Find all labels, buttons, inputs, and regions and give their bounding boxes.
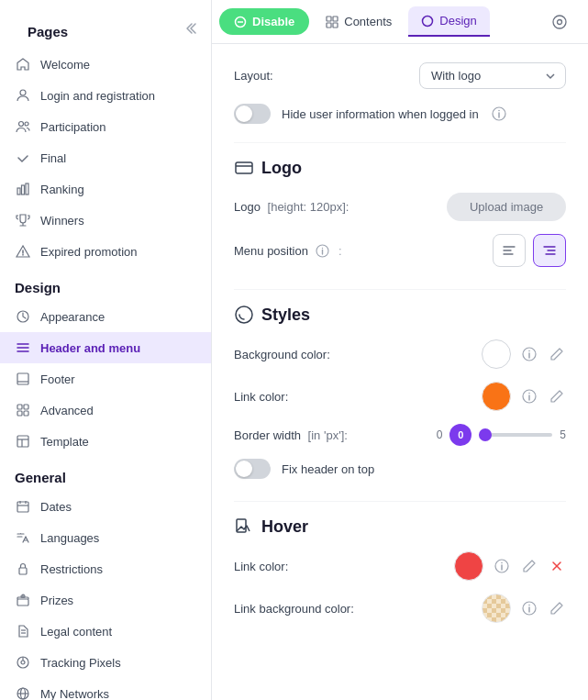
link-color-row: Link color: bbox=[234, 382, 566, 411]
hover-bg-info-icon[interactable] bbox=[520, 599, 538, 617]
sidebar-item-networks[interactable]: My Networks bbox=[0, 678, 211, 700]
design-tab[interactable]: Design bbox=[408, 6, 489, 37]
bg-color-edit-icon[interactable] bbox=[548, 345, 566, 363]
fix-header-toggle[interactable] bbox=[234, 459, 271, 479]
restrictions-icon bbox=[15, 561, 31, 577]
sidebar-item-welcome[interactable]: Welcome bbox=[0, 49, 211, 80]
sidebar-item-ranking[interactable]: Ranking bbox=[0, 173, 211, 205]
svg-point-67 bbox=[528, 393, 530, 394]
svg-point-71 bbox=[501, 562, 503, 564]
bg-color-info-icon[interactable] bbox=[520, 345, 538, 363]
sidebar-item-ranking-label: Ranking bbox=[40, 183, 84, 196]
logo-label: Logo [height: 120px]: bbox=[234, 200, 349, 214]
sidebar-item-final[interactable]: Final bbox=[0, 142, 211, 173]
svg-point-64 bbox=[528, 350, 530, 352]
dates-icon bbox=[15, 498, 31, 515]
svg-point-61 bbox=[236, 306, 252, 323]
menu-position-group bbox=[493, 234, 566, 267]
svg-rect-3 bbox=[17, 188, 20, 194]
sidebar-item-prizes[interactable]: Prizes bbox=[0, 584, 211, 616]
svg-point-49 bbox=[498, 110, 500, 112]
svg-point-0 bbox=[20, 90, 26, 95]
settings-tab[interactable] bbox=[538, 6, 581, 38]
hover-section-title: Hover bbox=[234, 517, 566, 537]
hover-bg-color-row: Link background color: bbox=[234, 594, 566, 623]
fix-header-label: Fix header on top bbox=[282, 462, 374, 476]
sidebar-item-winners[interactable]: Winners bbox=[0, 205, 211, 236]
sidebar-item-participation[interactable]: Participation bbox=[0, 111, 211, 142]
link-color-swatch[interactable] bbox=[482, 382, 511, 411]
hover-bg-color-label: Link background color: bbox=[234, 602, 354, 616]
menu-pos-left-button[interactable] bbox=[493, 234, 526, 267]
layout-label: Layout: bbox=[234, 69, 273, 83]
sidebar-item-header-menu-label: Header and menu bbox=[40, 341, 140, 355]
sidebar-collapse-button[interactable] bbox=[182, 20, 198, 37]
sidebar-item-dates[interactable]: Dates bbox=[0, 491, 211, 522]
hover-link-info-icon[interactable] bbox=[493, 557, 511, 575]
sidebar-item-header-menu[interactable]: Header and menu bbox=[0, 332, 211, 363]
user-icon bbox=[15, 87, 31, 104]
border-min-val: 0 bbox=[437, 428, 443, 441]
svg-rect-13 bbox=[24, 405, 28, 409]
link-color-controls bbox=[482, 382, 566, 411]
networks-icon bbox=[15, 685, 31, 700]
menu-position-row: Menu position : bbox=[234, 234, 566, 267]
sidebar-item-tracking[interactable]: Tracking Pixels bbox=[0, 647, 211, 678]
home-icon bbox=[15, 56, 31, 72]
hover-link-close-icon[interactable] bbox=[548, 557, 566, 575]
svg-rect-12 bbox=[17, 405, 22, 409]
link-color-edit-icon[interactable] bbox=[548, 387, 566, 406]
layout-select[interactable]: With logo Without logo bbox=[419, 62, 566, 89]
contents-tab[interactable]: Contents bbox=[313, 7, 405, 36]
design-label: Design bbox=[439, 14, 476, 28]
sidebar-item-login[interactable]: Login and registration bbox=[0, 80, 211, 111]
styles-section-title: Styles bbox=[234, 305, 566, 325]
svg-rect-40 bbox=[327, 17, 331, 21]
svg-point-1 bbox=[19, 122, 24, 127]
hover-link-edit-icon[interactable] bbox=[520, 557, 538, 575]
sidebar-item-prizes-label: Prizes bbox=[40, 594, 73, 607]
design-section-title: Design bbox=[0, 267, 211, 301]
sidebar-item-restrictions[interactable]: Restrictions bbox=[0, 553, 211, 584]
svg-rect-5 bbox=[26, 183, 28, 194]
contents-label: Contents bbox=[344, 15, 392, 28]
sidebar-item-template[interactable]: Template bbox=[0, 426, 211, 457]
sidebar-item-footer[interactable]: Footer bbox=[0, 363, 211, 394]
sidebar-item-expired[interactable]: Expired promotion bbox=[0, 236, 211, 267]
sidebar-item-appearance[interactable]: Appearance bbox=[0, 301, 211, 332]
hover-bg-color-swatch[interactable] bbox=[482, 594, 511, 623]
border-current-val: 0 bbox=[449, 424, 472, 446]
sidebar-item-appearance-label: Appearance bbox=[40, 310, 105, 324]
svg-rect-16 bbox=[17, 436, 28, 447]
svg-rect-10 bbox=[17, 373, 28, 384]
trophy-icon bbox=[15, 212, 31, 228]
disable-tab[interactable]: Disable bbox=[219, 8, 309, 35]
svg-rect-50 bbox=[236, 162, 252, 173]
svg-rect-15 bbox=[24, 411, 28, 416]
alert-icon bbox=[15, 243, 31, 260]
svg-rect-4 bbox=[22, 185, 25, 194]
sidebar-item-login-label: Login and registration bbox=[40, 89, 155, 103]
sidebar-item-languages[interactable]: Languages bbox=[0, 522, 211, 553]
svg-rect-43 bbox=[333, 23, 338, 28]
upload-image-button[interactable]: Upload image bbox=[447, 193, 566, 221]
bg-color-label: Background color: bbox=[234, 348, 330, 361]
menu-position-info-icon[interactable] bbox=[314, 242, 331, 260]
bg-color-swatch[interactable] bbox=[482, 339, 511, 369]
link-color-info-icon[interactable] bbox=[520, 387, 538, 406]
template-icon bbox=[15, 433, 31, 450]
hide-user-info-toggle[interactable] bbox=[234, 104, 271, 124]
hover-link-color-swatch[interactable] bbox=[454, 551, 483, 581]
hide-user-info-info-icon[interactable] bbox=[490, 105, 508, 123]
svg-point-76 bbox=[528, 605, 530, 606]
sidebar-item-advanced[interactable]: Advanced bbox=[0, 394, 211, 426]
sidebar-item-footer-label: Footer bbox=[40, 372, 75, 386]
hover-section: Hover Link color: bbox=[234, 517, 566, 623]
menu-pos-right-button[interactable] bbox=[533, 234, 566, 267]
hide-user-info-row: Hide user information when logged in bbox=[234, 104, 566, 124]
link-color-label: Link color: bbox=[234, 390, 288, 404]
sidebar-item-legal[interactable]: Legal content bbox=[0, 616, 211, 647]
footer-icon bbox=[15, 371, 31, 387]
border-width-slider[interactable] bbox=[479, 433, 552, 437]
hover-bg-edit-icon[interactable] bbox=[548, 599, 566, 617]
